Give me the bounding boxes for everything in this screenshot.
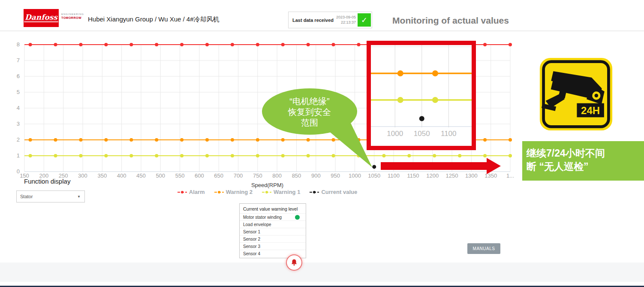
tooltip-row: Motor stator winding <box>240 213 306 221</box>
svg-text:900: 900 <box>311 172 321 179</box>
svg-text:550: 550 <box>175 172 185 179</box>
svg-text:1350: 1350 <box>485 172 497 179</box>
svg-text:1: 1 <box>17 152 20 159</box>
tagline-line1: ENGINEERING <box>61 13 84 16</box>
banner-line: 断 “无人巡检” <box>527 160 644 173</box>
tooltip-row: Sensor 2 <box>240 235 306 242</box>
tooltip-row-label: Sensor 1 <box>243 230 260 234</box>
legend-line-icon <box>178 190 187 195</box>
tooltip-row-label: Motor stator winding <box>243 215 282 220</box>
tooltip-row-label: Load envelope <box>243 222 271 227</box>
tagline-line2: TOMORROW <box>61 16 84 20</box>
svg-text:450: 450 <box>136 172 146 179</box>
last-data-date: 2023-09-05 <box>336 15 356 19</box>
legend-label: Warning 1 <box>274 189 300 195</box>
svg-text:3: 3 <box>17 121 20 127</box>
legend-line-icon <box>262 190 271 195</box>
legend-item-warning-2[interactable]: Warning 2 <box>214 189 253 195</box>
svg-text:8: 8 <box>17 41 20 48</box>
status-ok-check-icon: ✓ <box>358 13 371 27</box>
app-window: { "header": { "logo_text": "Danfoss", "t… <box>0 0 644 287</box>
status-green-dot <box>295 215 300 220</box>
tooltip-row: Load envelope <box>240 221 306 228</box>
svg-text:300: 300 <box>78 172 87 179</box>
tooltip-row: Sensor 3 <box>240 242 306 250</box>
legend-label: Warning 2 <box>226 189 253 195</box>
zoom-highlight-box: 100010501100 <box>367 41 476 150</box>
banner-line: 继续7/24小时不间 <box>527 147 644 160</box>
svg-text:600: 600 <box>195 172 204 179</box>
svg-text:1150: 1150 <box>407 172 419 179</box>
last-data-label: Last data received <box>292 18 334 23</box>
svg-text:1050: 1050 <box>414 130 430 138</box>
tooltip-row-label: Sensor 4 <box>243 251 260 256</box>
svg-text:5: 5 <box>17 89 20 95</box>
svg-text:950: 950 <box>331 172 340 179</box>
function-display-value: Stator <box>20 194 33 199</box>
svg-text:1000: 1000 <box>349 172 361 179</box>
svg-text:850: 850 <box>292 172 301 179</box>
chart-legend: AlarmWarning 2Warning 1Current value <box>24 189 510 195</box>
svg-text:800: 800 <box>272 172 282 179</box>
svg-text:1250: 1250 <box>446 172 458 179</box>
tooltip-row-label: Sensor 3 <box>243 244 260 249</box>
legend-line-icon <box>214 190 224 195</box>
last-data-time: 22:13:37 <box>341 20 356 24</box>
svg-text:1100: 1100 <box>388 172 400 179</box>
breadcrumb: Hubei Xiangyun Group / Wu Xue / 4#冷却风机 <box>88 15 220 24</box>
svg-text:1100: 1100 <box>441 130 457 138</box>
logo-tagline: ENGINEERING TOMORROW <box>61 13 84 20</box>
legend-label: Current value <box>321 189 357 195</box>
svg-text:2: 2 <box>17 136 20 143</box>
svg-text:500: 500 <box>156 172 165 179</box>
svg-text:750: 750 <box>253 172 262 179</box>
svg-text:7: 7 <box>17 57 20 63</box>
bell-icon <box>290 258 298 267</box>
inspection-banner: 继续7/24小时不间断 “无人巡检” <box>522 141 644 181</box>
header: Danfoss ENGINEERING TOMORROW Hubei Xiang… <box>0 0 644 31</box>
danfoss-logo-text: Danfoss <box>24 14 58 23</box>
tooltip-row-label: Sensor 2 <box>243 237 260 242</box>
legend-item-alarm[interactable]: Alarm <box>178 189 205 195</box>
svg-text:1...: 1... <box>506 172 514 179</box>
tooltip-row: Sensor 1 <box>240 228 306 235</box>
function-display-select[interactable]: Stator ▼ <box>16 190 85 202</box>
chart-tooltip: Current value warning level Motor stator… <box>239 203 306 258</box>
svg-text:350: 350 <box>97 172 107 179</box>
svg-text:1200: 1200 <box>426 172 439 179</box>
tooltip-header: Current value warning level <box>240 205 306 213</box>
danfoss-logo: Danfoss <box>24 9 59 27</box>
page-title: Monitoring of actual values <box>388 15 513 26</box>
camera-24h-label: 24H <box>581 105 600 116</box>
svg-text:1050: 1050 <box>368 172 380 179</box>
cctv-24h-sign-icon: 24H <box>539 56 613 132</box>
last-data-timestamp: 2023-09-05 22:13:37 <box>336 15 356 25</box>
legend-item-current-value[interactable]: Current value <box>310 189 357 195</box>
manuals-button[interactable]: MANUALS <box>467 243 500 254</box>
svg-text:650: 650 <box>214 172 223 179</box>
legend-label: Alarm <box>189 189 205 195</box>
legend-item-warning-1[interactable]: Warning 1 <box>262 189 300 195</box>
last-data-received-box: Last data received 2023-09-05 22:13:37 ✓ <box>288 12 372 28</box>
svg-text:6: 6 <box>17 73 20 79</box>
svg-text:400: 400 <box>117 172 126 179</box>
bottom-tab-bar: ★Gateways4#冷却风机S/N001108H3394#冷却风机 - CBM… <box>0 263 644 282</box>
legend-line-icon <box>310 190 319 195</box>
svg-text:1300: 1300 <box>465 172 478 179</box>
svg-text:4: 4 <box>17 105 20 111</box>
svg-text:0: 0 <box>17 168 20 175</box>
notification-bell-button[interactable] <box>287 255 301 270</box>
svg-text:1000: 1000 <box>387 130 403 138</box>
zoom-inset-plot: 100010501100 <box>371 45 472 146</box>
svg-text:700: 700 <box>234 172 243 179</box>
x-axis-label: Speed(RPM) <box>24 182 510 188</box>
chevron-down-icon: ▼ <box>77 195 81 199</box>
